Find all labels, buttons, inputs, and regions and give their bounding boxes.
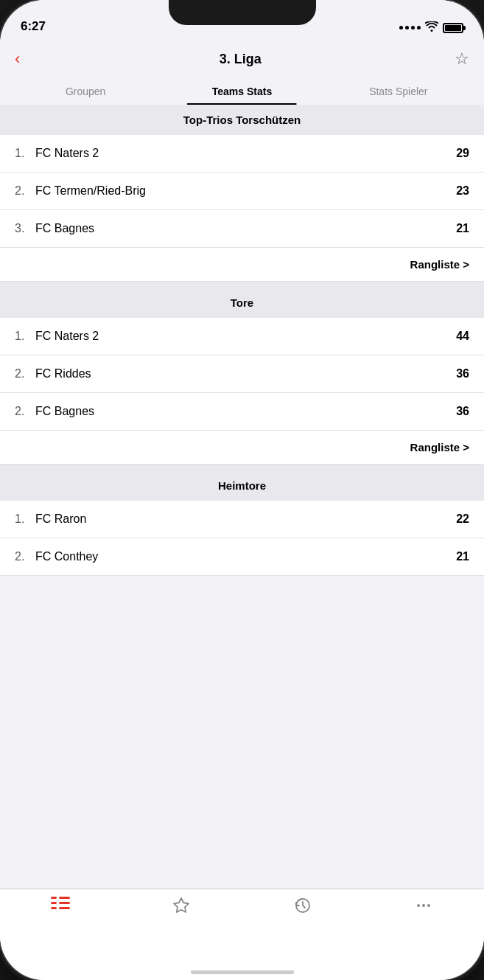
section-heimtore: Heimtore 1. FC Raron 22 2. FC Conthey 21 [0, 470, 484, 576]
nav-title: 3. Liga [220, 52, 262, 67]
svg-rect-1 [51, 902, 57, 904]
phone-frame: 6:27 [0, 0, 484, 980]
more-icon [415, 897, 432, 919]
svg-rect-3 [59, 897, 70, 899]
team-value-1: 29 [456, 147, 469, 160]
value-tore-3: 36 [456, 405, 469, 418]
team-name-3: FC Bagnes [35, 222, 456, 235]
svg-rect-2 [51, 907, 57, 909]
screen: 6:27 [0, 0, 484, 980]
list-item: 1. FC Raron 22 [0, 501, 484, 538]
signal-dot-4 [417, 26, 421, 29]
wifi-icon [425, 21, 438, 34]
section-header-top-trios: Top-Trios Torschützen [0, 105, 484, 135]
rangliste-text-1: Rangliste > [410, 258, 469, 271]
list-item: 2. FC Riddes 36 [0, 355, 484, 393]
rangliste-link-2[interactable]: Rangliste > [0, 431, 484, 465]
team-name-1: FC Naters 2 [35, 147, 456, 160]
svg-point-9 [427, 904, 430, 907]
svg-rect-4 [59, 902, 70, 904]
list-item: 2. FC Bagnes 36 [0, 393, 484, 431]
rank-tore-1: 1. [15, 330, 35, 343]
svg-point-8 [422, 904, 425, 907]
value-tore-1: 44 [456, 330, 469, 343]
bottom-tab-favorites[interactable] [121, 897, 242, 919]
signal-dot-3 [411, 26, 415, 29]
rank-heim-2: 2. [15, 550, 35, 563]
svg-point-7 [417, 904, 420, 907]
rangliste-text-2: Rangliste > [410, 441, 469, 453]
list-item: 1. FC Naters 2 44 [0, 318, 484, 355]
section-header-tore: Tore [0, 288, 484, 318]
battery-icon [443, 23, 463, 33]
rank-tore-2: 2. [15, 367, 35, 380]
section-header-heimtore: Heimtore [0, 470, 484, 501]
value-tore-2: 36 [456, 367, 469, 380]
notch [169, 0, 316, 25]
nav-header: ‹ 3. Liga ☆ [0, 40, 484, 78]
home-indicator [0, 955, 484, 980]
tab-teams-stats[interactable]: Teams Stats [164, 78, 320, 105]
bottom-tab-bar [0, 889, 484, 955]
list-item: 2. FC Conthey 21 [0, 538, 484, 576]
bottom-tab-more[interactable] [363, 897, 484, 919]
team-value-2: 23 [456, 184, 469, 198]
team-name-2: FC Termen/Ried-Brig [35, 184, 456, 198]
bottom-tab-list[interactable] [0, 897, 121, 917]
home-bar [191, 970, 294, 974]
list-item: 2. FC Termen/Ried-Brig 23 [0, 173, 484, 210]
section-top-trios: Top-Trios Torschützen 1. FC Naters 2 29 … [0, 105, 484, 282]
back-button[interactable]: ‹ [15, 46, 26, 72]
rank-2: 2. [15, 184, 35, 198]
section-divider-1 [0, 282, 484, 288]
rank-tore-3: 2. [15, 405, 35, 418]
signal-dot-1 [399, 26, 403, 29]
signal-dots [399, 26, 421, 29]
tab-stats-spieler[interactable]: Stats Spieler [320, 78, 477, 105]
rank-3: 3. [15, 222, 35, 235]
star-icon [172, 897, 190, 919]
favorite-button[interactable]: ☆ [455, 49, 469, 69]
rangliste-link-1[interactable]: Rangliste > [0, 248, 484, 282]
history-icon [294, 897, 312, 919]
team-tore-2: FC Riddes [35, 367, 456, 380]
list-item: 3. FC Bagnes 21 [0, 210, 484, 248]
svg-rect-0 [51, 897, 57, 899]
rank-heim-1: 1. [15, 512, 35, 526]
status-icons [399, 21, 463, 34]
team-value-3: 21 [456, 222, 469, 235]
team-tore-1: FC Naters 2 [35, 330, 456, 343]
svg-rect-5 [59, 907, 70, 909]
team-tore-3: FC Bagnes [35, 405, 456, 418]
team-heim-2: FC Conthey [35, 550, 456, 563]
status-time: 6:27 [21, 19, 46, 34]
bottom-tab-history[interactable] [242, 897, 363, 919]
main-content: Top-Trios Torschützen 1. FC Naters 2 29 … [0, 105, 484, 889]
list-icon [51, 897, 70, 917]
section-divider-2 [0, 465, 484, 470]
tab-bar-nav: Groupen Teams Stats Stats Spieler [0, 78, 484, 105]
list-item: 1. FC Naters 2 29 [0, 135, 484, 173]
rank-1: 1. [15, 147, 35, 160]
battery-fill [445, 25, 461, 31]
value-heim-2: 21 [456, 550, 469, 563]
signal-dot-2 [405, 26, 409, 29]
tab-groupen[interactable]: Groupen [7, 78, 164, 105]
value-heim-1: 22 [456, 512, 469, 526]
team-heim-1: FC Raron [35, 512, 456, 526]
section-tore: Tore 1. FC Naters 2 44 2. FC Riddes 36 2… [0, 288, 484, 465]
